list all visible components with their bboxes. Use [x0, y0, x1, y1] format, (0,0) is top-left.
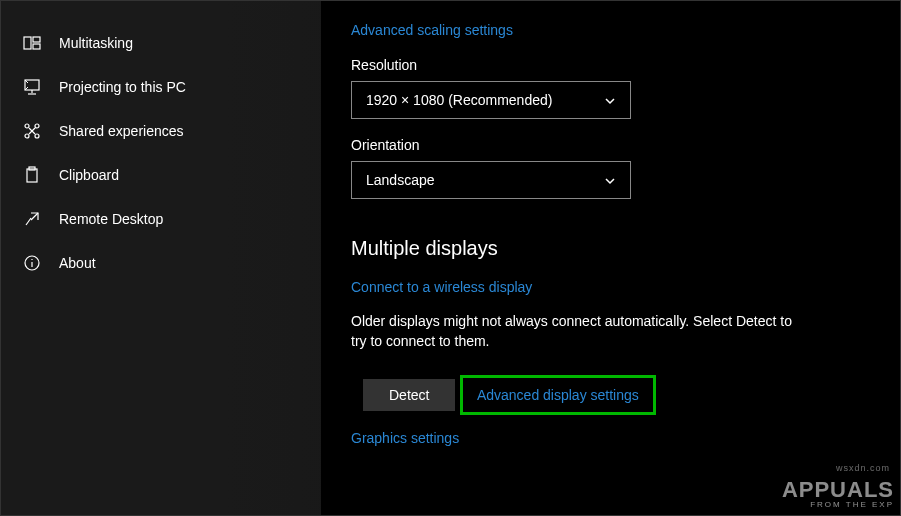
resolution-label: Resolution — [351, 57, 900, 73]
svg-line-15 — [31, 213, 38, 220]
sidebar-item-label: Shared experiences — [59, 123, 184, 139]
watermark: APPUALS FROM THE EXP — [782, 479, 894, 509]
sidebar-item-multitasking[interactable]: Multitasking — [1, 21, 321, 65]
graphics-settings-link[interactable]: Graphics settings — [351, 430, 459, 446]
svg-point-8 — [25, 134, 29, 138]
orientation-dropdown[interactable]: Landscape — [351, 161, 631, 199]
highlighted-box: Advanced display settings — [460, 375, 656, 415]
svg-rect-1 — [33, 37, 40, 42]
settings-sidebar: Multitasking Projecting to this PC Share… — [1, 1, 321, 515]
chevron-down-icon — [604, 174, 616, 186]
multitasking-icon — [23, 34, 41, 52]
svg-point-7 — [35, 124, 39, 128]
sidebar-item-label: About — [59, 255, 96, 271]
watermark-sub: FROM THE EXP — [782, 501, 894, 509]
resolution-dropdown[interactable]: 1920 × 1080 (Recommended) — [351, 81, 631, 119]
resolution-value: 1920 × 1080 (Recommended) — [366, 92, 552, 108]
advanced-display-link[interactable]: Advanced display settings — [477, 387, 639, 403]
watermark-main: APPUALS — [782, 477, 894, 502]
svg-rect-12 — [27, 169, 37, 182]
sidebar-item-projecting[interactable]: Projecting to this PC — [1, 65, 321, 109]
clipboard-icon — [23, 166, 41, 184]
orientation-value: Landscape — [366, 172, 435, 188]
remote-desktop-icon — [23, 210, 41, 228]
about-icon — [23, 254, 41, 272]
sidebar-item-remote-desktop[interactable]: Remote Desktop — [1, 197, 321, 241]
sidebar-item-shared-experiences[interactable]: Shared experiences — [1, 109, 321, 153]
chevron-down-icon — [604, 94, 616, 106]
multiple-displays-heading: Multiple displays — [351, 237, 900, 260]
shared-experiences-icon — [23, 122, 41, 140]
sidebar-item-label: Clipboard — [59, 167, 119, 183]
detect-button[interactable]: Detect — [363, 379, 455, 411]
wireless-display-link[interactable]: Connect to a wireless display — [351, 279, 532, 295]
sidebar-item-label: Remote Desktop — [59, 211, 163, 227]
settings-content: Advanced scaling settings Resolution 192… — [321, 1, 900, 515]
sidebar-item-label: Multitasking — [59, 35, 133, 51]
advanced-scaling-link[interactable]: Advanced scaling settings — [351, 22, 513, 38]
sidebar-item-label: Projecting to this PC — [59, 79, 186, 95]
source-tag: wsxdn.com — [836, 463, 890, 473]
svg-line-14 — [26, 218, 31, 225]
svg-point-6 — [25, 124, 29, 128]
older-displays-text: Older displays might not always connect … — [351, 312, 811, 351]
sidebar-item-clipboard[interactable]: Clipboard — [1, 153, 321, 197]
sidebar-item-about[interactable]: About — [1, 241, 321, 285]
projecting-icon — [23, 78, 41, 96]
svg-rect-2 — [33, 44, 40, 49]
svg-rect-0 — [24, 37, 31, 49]
svg-point-9 — [35, 134, 39, 138]
orientation-label: Orientation — [351, 137, 900, 153]
